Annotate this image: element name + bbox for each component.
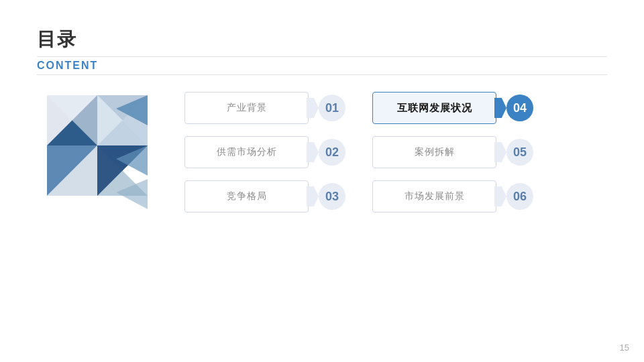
menu-item-02[interactable]: 供需市场分析 02 bbox=[184, 136, 345, 168]
main-title: 目录 bbox=[37, 27, 607, 52]
subtitle: CONTENT bbox=[37, 60, 607, 72]
title-section: 目录 CONTENT bbox=[37, 27, 607, 75]
tab-connector-04 bbox=[494, 98, 506, 118]
num-circle-05: 05 bbox=[506, 139, 533, 166]
content-area: 产业背景 01 互联网发展状况 04 bbox=[37, 88, 607, 216]
badge-03: 03 bbox=[308, 183, 345, 210]
num-circle-02: 02 bbox=[319, 139, 345, 166]
num-circle-03: 03 bbox=[319, 183, 345, 210]
badge-05: 05 bbox=[496, 139, 533, 166]
tab-connector-02 bbox=[307, 142, 319, 162]
page: 目录 CONTENT bbox=[0, 0, 644, 362]
badge-04: 04 bbox=[496, 95, 533, 121]
tab-connector-03 bbox=[307, 186, 319, 206]
menu-label-06: 市场发展前景 bbox=[405, 190, 465, 202]
menu-label-03: 竞争格局 bbox=[227, 190, 267, 202]
tab-connector-06 bbox=[494, 186, 506, 206]
menu-label-04: 互联网发展状况 bbox=[397, 102, 472, 115]
menu-row-3: 竞争格局 03 市场发展前景 06 bbox=[184, 180, 607, 213]
num-circle-06: 06 bbox=[506, 183, 533, 210]
badge-01: 01 bbox=[308, 95, 345, 121]
menu-row-2: 供需市场分析 02 案例拆解 05 bbox=[184, 136, 607, 168]
menu-label-02: 供需市场分析 bbox=[217, 146, 277, 158]
page-number: 15 bbox=[620, 343, 629, 353]
pinwheel-graphic bbox=[37, 88, 158, 216]
badge-02: 02 bbox=[308, 139, 345, 166]
title-divider bbox=[37, 56, 607, 57]
menu-item-04[interactable]: 互联网发展状况 04 bbox=[372, 92, 533, 124]
logo-area bbox=[37, 88, 158, 216]
menu-row-1: 产业背景 01 互联网发展状况 04 bbox=[184, 92, 607, 124]
menu-label-05: 案例拆解 bbox=[415, 146, 455, 158]
tab-connector-05 bbox=[494, 142, 506, 162]
menu-item-03[interactable]: 竞争格局 03 bbox=[184, 180, 345, 213]
menu-item-06[interactable]: 市场发展前景 06 bbox=[372, 180, 533, 213]
menu-grid: 产业背景 01 互联网发展状况 04 bbox=[184, 92, 607, 213]
tab-connector-01 bbox=[307, 98, 319, 118]
num-circle-01: 01 bbox=[319, 95, 345, 121]
menu-item-05[interactable]: 案例拆解 05 bbox=[372, 136, 533, 168]
menu-label-01: 产业背景 bbox=[227, 102, 267, 114]
num-circle-04: 04 bbox=[506, 95, 533, 121]
menu-item-01[interactable]: 产业背景 01 bbox=[184, 92, 345, 124]
subtitle-divider bbox=[37, 74, 607, 75]
badge-06: 06 bbox=[496, 183, 533, 210]
